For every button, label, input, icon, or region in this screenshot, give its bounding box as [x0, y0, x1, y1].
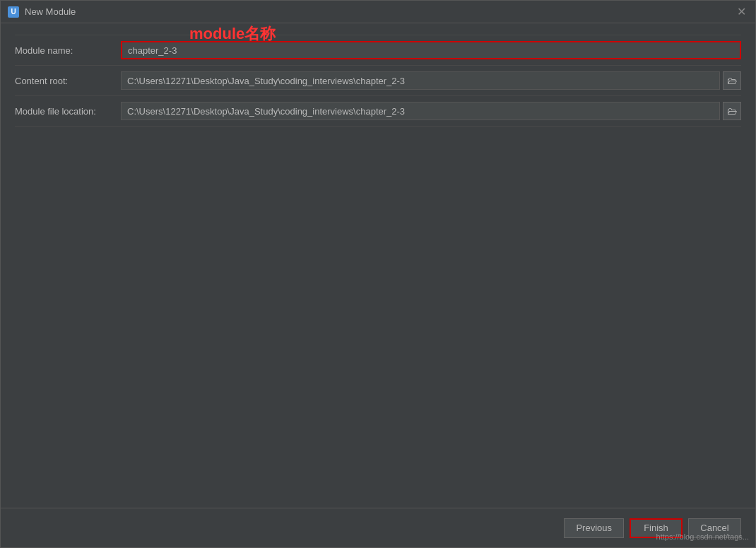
module-name-input-wrapper	[121, 41, 741, 59]
module-file-input[interactable]	[121, 102, 720, 120]
footer: Previous Finish Cancel	[1, 508, 755, 547]
app-icon: U	[8, 6, 19, 18]
module-file-row: Module file location: 🗁	[15, 96, 741, 127]
spacer	[15, 127, 741, 496]
content-root-browse-button[interactable]: 🗁	[723, 71, 741, 90]
new-module-dialog: U New Module ✕ Module name: Content root…	[0, 0, 756, 548]
folder-icon-2: 🗁	[727, 105, 737, 117]
module-name-row: Module name:	[15, 35, 741, 66]
title-bar: U New Module ✕	[1, 1, 755, 23]
previous-button[interactable]: Previous	[564, 518, 624, 538]
cancel-button[interactable]: Cancel	[688, 518, 741, 538]
module-file-browse-button[interactable]: 🗁	[723, 102, 741, 120]
content-root-input-group: 🗁	[121, 71, 741, 90]
close-button[interactable]: ✕	[734, 5, 748, 19]
finish-button[interactable]: Finish	[630, 518, 683, 538]
content-area: Module name: Content root: 🗁 Module file…	[1, 23, 755, 508]
module-file-label: Module file location:	[15, 106, 121, 117]
folder-icon: 🗁	[727, 75, 737, 86]
content-root-input[interactable]	[121, 71, 720, 90]
content-root-row: Content root: 🗁	[15, 66, 741, 96]
dialog-title: New Module	[25, 6, 734, 17]
module-name-label: Module name:	[15, 45, 121, 56]
module-file-input-group: 🗁	[121, 102, 741, 120]
module-name-input[interactable]	[121, 41, 741, 59]
content-root-label: Content root:	[15, 76, 121, 86]
